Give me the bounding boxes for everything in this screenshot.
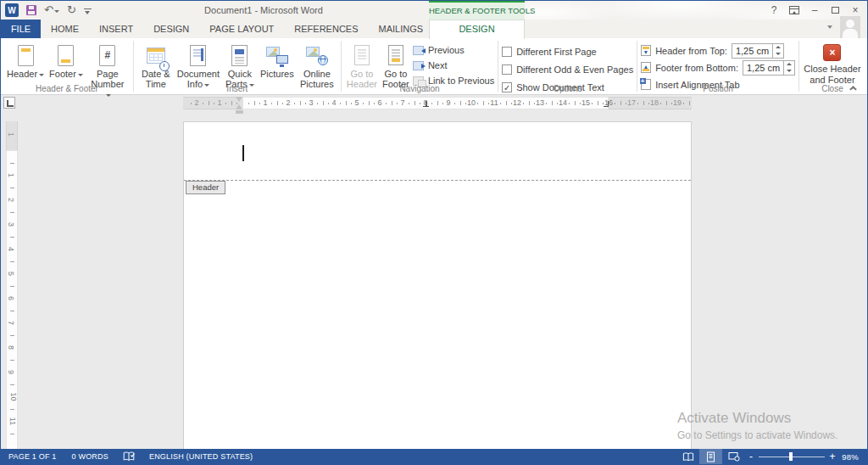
- ruler-left-margin: [183, 97, 242, 109]
- zoom-slider[interactable]: [759, 457, 825, 457]
- vertical-ruler[interactable]: 11234567891011: [6, 114, 18, 449]
- ruler-tick: [248, 103, 249, 104]
- ruler-number: 2: [286, 98, 290, 107]
- tab-references[interactable]: REFERENCES: [284, 20, 368, 38]
- zoom-in-button[interactable]: +: [826, 450, 838, 463]
- different-first-page-checkbox[interactable]: Different First Page: [502, 44, 633, 59]
- quick-parts-button[interactable]: Quick Parts: [222, 41, 258, 89]
- watermark-subtitle: Go to Settings to activate Windows.: [677, 429, 837, 441]
- spinner-arrows[interactable]: [772, 44, 783, 58]
- proofing-status-button[interactable]: [116, 451, 142, 462]
- group-navigation: Go to Header Go to Footer Previous Next …: [342, 38, 498, 94]
- pictures-button[interactable]: Pictures: [258, 41, 297, 79]
- save-icon: [26, 5, 36, 15]
- window-title: Document1 - Microsoft Word: [153, 1, 374, 20]
- tab-mailings[interactable]: MAILINGS: [369, 20, 434, 38]
- go-to-header-button[interactable]: Go to Header: [345, 41, 379, 89]
- ruler-number: 11: [490, 98, 498, 107]
- minimize-button[interactable]: –: [804, 1, 825, 20]
- spinner-arrows[interactable]: [783, 61, 794, 75]
- tab-file[interactable]: FILE: [1, 20, 41, 38]
- word-logo-icon[interactable]: W: [5, 3, 19, 17]
- user-avatar[interactable]: [840, 16, 860, 38]
- footer-from-bottom-value[interactable]: 1,25 cm: [743, 61, 783, 75]
- undo-button[interactable]: ↶: [44, 1, 59, 20]
- previous-button[interactable]: Previous: [413, 43, 494, 57]
- ruler-tick: [546, 103, 547, 104]
- ruler-number: 19: [673, 98, 682, 107]
- tab-home[interactable]: HOME: [41, 20, 89, 38]
- previous-icon: [413, 46, 424, 55]
- read-mode-icon: [682, 452, 694, 462]
- quick-parts-icon: [231, 45, 248, 66]
- first-line-indent-marker[interactable]: [236, 97, 242, 102]
- group-label: Options: [498, 84, 637, 93]
- tab-page-layout[interactable]: PAGE LAYOUT: [199, 20, 284, 38]
- read-mode-button[interactable]: [676, 449, 699, 464]
- ruler-tick: [460, 101, 461, 105]
- page-count[interactable]: PAGE 1 OF 1: [1, 452, 64, 461]
- ruler-tick: [317, 103, 318, 104]
- document-info-button[interactable]: Document Info: [175, 41, 222, 89]
- pictures-icon: [266, 45, 288, 66]
- print-layout-button[interactable]: [699, 449, 722, 464]
- date-time-button[interactable]: Date & Time: [137, 41, 175, 89]
- close-header-footer-button[interactable]: Close Header and Footer: [803, 41, 862, 86]
- header-from-top-value[interactable]: 1,25 cm: [732, 44, 772, 58]
- collapse-ribbon-chevron-icon[interactable]: [849, 86, 857, 91]
- footer-button[interactable]: Footer: [47, 41, 86, 79]
- ruler-tick: [10, 286, 14, 287]
- ruler-tick: [648, 103, 649, 104]
- go-to-footer-icon: [388, 45, 403, 65]
- horizontal-ruler[interactable]: 2112345678910111213141516171819: [183, 97, 692, 109]
- web-layout-button[interactable]: [722, 449, 745, 464]
- zoom-percentage[interactable]: 98%: [838, 452, 867, 462]
- redo-button[interactable]: ↻: [67, 1, 76, 20]
- ruler-tick: [666, 101, 667, 105]
- customize-quick-access-icon[interactable]: [84, 8, 92, 15]
- next-icon: [413, 61, 424, 70]
- ruler-tick: [10, 335, 14, 336]
- group-label: Insert: [134, 84, 341, 93]
- header-from-top-spinner[interactable]: 1,25 cm: [732, 43, 784, 59]
- ruler-number: 12: [513, 98, 521, 107]
- ruler-tick: [626, 103, 626, 104]
- help-button[interactable]: ?: [764, 1, 784, 20]
- ribbon-display-options-button[interactable]: [784, 1, 804, 20]
- undo-icon: ↶: [44, 1, 53, 20]
- tab-insert[interactable]: INSERT: [89, 20, 143, 38]
- group-label: Header & Footer: [1, 84, 133, 93]
- footer-from-bottom-spinner[interactable]: 1,25 cm: [743, 60, 795, 76]
- language-indicator[interactable]: ENGLISH (UNITED STATES): [142, 452, 260, 461]
- ruler-tick: [437, 101, 438, 105]
- next-button[interactable]: Next: [413, 59, 494, 72]
- group-label: Navigation: [342, 84, 498, 93]
- ruler-tick: [10, 409, 14, 410]
- ruler-tick: [534, 103, 535, 104]
- zoom-slider-thumb[interactable]: [789, 452, 793, 461]
- ruler-tick: [323, 101, 324, 105]
- tab-stop-selector[interactable]: [3, 97, 15, 109]
- ribbon-display-icon: [789, 6, 799, 14]
- different-odd-even-checkbox[interactable]: Different Odd & Even Pages: [502, 62, 633, 76]
- go-to-header-icon: [354, 45, 370, 65]
- left-indent-marker[interactable]: [236, 110, 243, 114]
- header-button[interactable]: Header: [4, 41, 47, 79]
- go-to-footer-button[interactable]: Go to Footer: [379, 41, 413, 89]
- word-count[interactable]: 0 WORDS: [64, 452, 116, 461]
- ribbon-tab-row: FILE HOME INSERT DESIGN PAGE LAYOUT REFE…: [1, 20, 867, 38]
- tab-design[interactable]: DESIGN: [143, 20, 199, 38]
- hanging-indent-marker[interactable]: [236, 104, 242, 109]
- ruler-tick: [454, 103, 455, 104]
- ruler-tick: [557, 103, 558, 104]
- header-from-top-label: Header from Top:: [655, 46, 727, 56]
- ruler-tick: [305, 103, 306, 104]
- document-page[interactable]: Header: [183, 121, 692, 449]
- tab-design-contextual-active[interactable]: DESIGN: [429, 20, 525, 39]
- ruler-number: 7: [7, 321, 14, 325]
- ruler-tick: [415, 101, 415, 105]
- save-button[interactable]: [26, 5, 36, 15]
- zoom-out-button[interactable]: -: [745, 450, 757, 463]
- online-pictures-button[interactable]: Online Pictures: [297, 41, 337, 89]
- account-dropdown-caret-icon[interactable]: [827, 25, 832, 29]
